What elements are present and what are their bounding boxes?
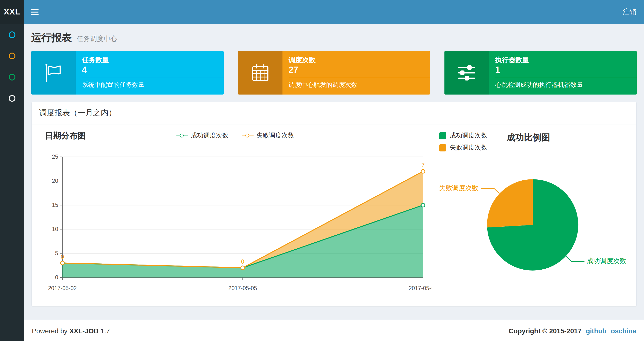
svg-text:7: 7 [422, 162, 425, 168]
svg-text:0: 0 [55, 274, 58, 280]
svg-text:失败调度次数: 失败调度次数 [439, 184, 478, 192]
info-box-value: 4 [82, 65, 224, 75]
svg-text:2017-05-02: 2017-05-02 [48, 285, 77, 291]
app-root: XXL 注销 运行报表 任务调度中心 [0, 0, 644, 341]
svg-text:25: 25 [52, 154, 58, 160]
info-box-label: 执行器数量 [495, 56, 637, 64]
info-box-body: 执行器数量 1 心跳检测成功的执行器机器数量 [489, 51, 637, 95]
powered-by-text: Powered by [32, 327, 68, 334]
page-title: 运行报表 [31, 31, 72, 44]
info-box-executors: 执行器数量 1 心跳检测成功的执行器机器数量 [445, 51, 637, 95]
info-box-triggers: 调度次数 27 调度中心触发的调度次数 [238, 51, 430, 95]
circle-icon [8, 95, 16, 102]
svg-text:2017-05-08: 2017-05-08 [409, 285, 432, 291]
info-box-description: 心跳检测成功的执行器机器数量 [495, 81, 637, 89]
stat-boxes: 任务数量 4 系统中配置的任务数量 [24, 46, 644, 95]
legend-label: 成功调度次数 [191, 131, 228, 140]
svg-text:10: 10 [52, 226, 58, 232]
schedule-report-panel: 调度报表（一月之内） 日期分布图 成功调度次数 失败调度次数 [31, 102, 637, 306]
line-series-marker-icon [242, 133, 254, 138]
content-header: 运行报表 任务调度中心 [24, 24, 644, 46]
legend-label: 失败调度次数 [256, 131, 294, 140]
line-chart-legend: 成功调度次数 失败调度次数 [39, 131, 432, 140]
hamburger-icon [31, 14, 38, 15]
pie-chart-svg: 成功调度次数失败调度次数 [436, 152, 629, 293]
legend-item-success[interactable]: 成功调度次数 [176, 131, 228, 140]
oschina-link[interactable]: oschina [611, 327, 636, 334]
info-box-label: 调度次数 [288, 56, 430, 64]
pie-chart-legend: 成功调度次数 失败调度次数 [439, 131, 487, 152]
logout-link[interactable]: 注销 [615, 0, 644, 24]
info-box-label: 任务数量 [82, 56, 224, 64]
info-box-value: 27 [288, 65, 430, 75]
legend-item-fail[interactable]: 失败调度次数 [439, 143, 487, 152]
powered-by: Powered by XXL-JOB 1.7 [32, 327, 110, 334]
legend-item-fail[interactable]: 失败调度次数 [242, 131, 294, 140]
info-box-value: 1 [495, 65, 637, 75]
info-box-jobs: 任务数量 4 系统中配置的任务数量 [31, 51, 224, 95]
legend-label: 失败调度次数 [450, 143, 487, 152]
legend-swatch-icon [439, 144, 446, 151]
svg-text:2017-05-05: 2017-05-05 [228, 285, 257, 291]
copyright-text: Copyright © 2015-2017 [508, 327, 581, 334]
svg-text:20: 20 [52, 178, 58, 184]
legend-swatch-icon [439, 132, 446, 139]
footer: Powered by XXL-JOB 1.7 Copyright © 2015-… [24, 320, 644, 341]
circle-icon [8, 52, 16, 60]
divider [82, 78, 224, 78]
panel-body: 日期分布图 成功调度次数 失败调度次数 0510152 [32, 124, 636, 306]
date-distribution-chart: 日期分布图 成功调度次数 失败调度次数 0510152 [39, 128, 432, 296]
info-box-body: 任务数量 4 系统中配置的任务数量 [76, 51, 224, 95]
line-chart-svg: 05101520252017-05-022017-05-052017-05-08… [39, 146, 432, 296]
divider [288, 78, 430, 78]
page-subtitle: 任务调度中心 [77, 35, 117, 44]
sidebar-item-3[interactable] [0, 67, 24, 88]
calendar-icon [238, 51, 282, 95]
circle-icon [8, 73, 16, 81]
sidebar-item-4[interactable] [0, 88, 24, 109]
svg-text:0: 0 [241, 258, 244, 265]
hamburger-icon [31, 12, 38, 13]
app-logo[interactable]: XXL [0, 0, 24, 24]
sidebar-toggle-button[interactable] [24, 0, 45, 24]
line-series-marker-icon [176, 133, 188, 138]
main-content: 运行报表 任务调度中心 任务数量 4 系统中配置的任务数量 [24, 24, 644, 320]
github-link[interactable]: github [586, 327, 607, 334]
sidebar [0, 24, 24, 341]
info-box-description: 系统中配置的任务数量 [82, 81, 224, 89]
svg-text:0: 0 [61, 254, 64, 260]
success-ratio-chart: 成功调度次数 失败调度次数 成功比例图 成功调度次数失败调度次数 [436, 128, 629, 296]
svg-text:成功调度次数: 成功调度次数 [587, 257, 626, 264]
sidebar-item-1[interactable] [0, 24, 24, 45]
legend-label: 成功调度次数 [450, 131, 487, 140]
svg-text:5: 5 [55, 250, 58, 256]
circle-icon [8, 31, 16, 39]
pie-chart-title: 成功比例图 [506, 132, 550, 143]
svg-text:15: 15 [52, 202, 58, 208]
info-box-description: 调度中心触发的调度次数 [288, 81, 430, 89]
top-navbar: XXL 注销 [0, 0, 644, 24]
divider [495, 78, 637, 78]
legend-item-success[interactable]: 成功调度次数 [439, 131, 487, 140]
hamburger-icon [31, 9, 38, 10]
panel-title: 调度报表（一月之内） [32, 102, 636, 124]
flag-icon [31, 51, 76, 95]
sliders-icon [445, 51, 489, 95]
version-text: 1.7 [100, 327, 110, 334]
info-box-body: 调度次数 27 调度中心触发的调度次数 [282, 51, 430, 95]
sidebar-item-2[interactable] [0, 45, 24, 67]
brand-name: XXL-JOB [70, 327, 98, 334]
